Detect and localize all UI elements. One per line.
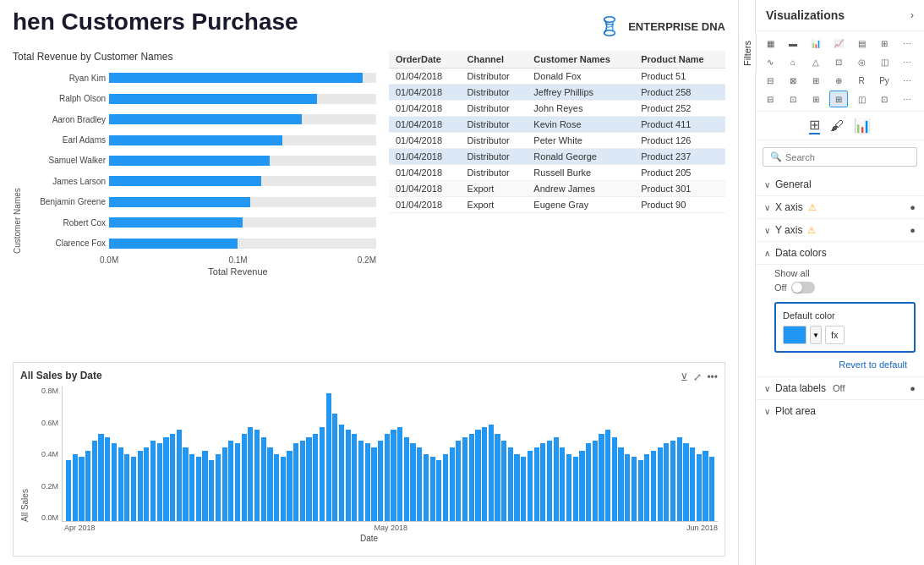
analytics-icon[interactable]: 📊 bbox=[854, 118, 871, 134]
cell-product: Product 237 bbox=[634, 149, 725, 165]
paint-brush-icon[interactable]: 🖌 bbox=[830, 118, 844, 134]
viz-icon-btn[interactable]: 📈 bbox=[829, 35, 848, 52]
cell-customer: John Reyes bbox=[527, 101, 634, 117]
panel-header: Visualizations › bbox=[756, 0, 924, 31]
cell-product: Product 205 bbox=[634, 165, 725, 181]
toggle-data-labels[interactable]: ● bbox=[910, 383, 916, 393]
bottom-chart-container: All Sales by Date ⊻ ⤢ ••• All Sales 0.8M… bbox=[13, 362, 725, 557]
bar-column bbox=[189, 454, 194, 522]
bar-column bbox=[456, 441, 461, 521]
section-data-labels[interactable]: ∨ Data labels Off ● bbox=[756, 376, 924, 399]
table-row[interactable]: 01/04/2018 Export Andrew James Product 3… bbox=[389, 181, 725, 197]
table-row[interactable]: 01/04/2018 Distributor John Reyes Produc… bbox=[389, 101, 725, 117]
bar-column bbox=[690, 447, 695, 521]
viz-icon-btn[interactable]: ⊡ bbox=[875, 91, 894, 107]
cell-customer: Andrew James bbox=[527, 181, 634, 197]
viz-icon-btn[interactable]: ⋯ bbox=[898, 35, 916, 52]
bar-column bbox=[196, 457, 201, 521]
filter-icon[interactable]: ⊻ bbox=[681, 371, 688, 383]
viz-icon-btn[interactable]: ⊡ bbox=[784, 91, 802, 107]
x-label: 0.1M bbox=[228, 255, 247, 265]
y-side-label-container: All Sales bbox=[20, 387, 30, 522]
viz-icon-btn[interactable]: ⌂ bbox=[784, 53, 802, 70]
section-general[interactable]: ∨ General bbox=[756, 173, 924, 196]
bar-column bbox=[92, 441, 97, 521]
viz-icon-btn[interactable]: ⊟ bbox=[761, 72, 779, 89]
viz-icon-btn-selected[interactable]: ⊞ bbox=[829, 91, 848, 107]
table-row[interactable]: 01/04/2018 Distributor Ronald George Pro… bbox=[389, 149, 725, 165]
viz-icon-btn[interactable]: ▬ bbox=[784, 35, 802, 52]
bar-track bbox=[109, 73, 376, 83]
toggle-x-axis[interactable]: ● bbox=[910, 202, 916, 212]
cell-customer: Ronald George bbox=[527, 149, 634, 165]
warning-icon: ⚠ bbox=[807, 225, 816, 236]
viz-icon-btn[interactable]: ⊟ bbox=[761, 91, 779, 107]
cell-customer: Kevin Rose bbox=[527, 117, 634, 133]
format-tab[interactable]: ⊞ bbox=[809, 117, 820, 134]
viz-icon-btn[interactable]: ⋯ bbox=[898, 91, 916, 107]
section-plot-area[interactable]: ∨ Plot area bbox=[756, 399, 924, 422]
viz-icon-btn[interactable]: ◎ bbox=[852, 53, 871, 70]
bar-column bbox=[482, 427, 487, 521]
bar-column bbox=[547, 441, 552, 521]
expand-icon[interactable]: ⤢ bbox=[693, 371, 702, 383]
viz-icons-row3: ⊟ ⊠ ⊞ ⊕ R Py ⋯ bbox=[761, 72, 919, 89]
viz-icon-btn[interactable]: 📊 bbox=[806, 35, 825, 52]
viz-icon-btn[interactable]: ⋯ bbox=[898, 53, 916, 70]
more-options-icon[interactable]: ••• bbox=[707, 371, 718, 383]
bars-area bbox=[62, 387, 718, 522]
viz-icon-btn[interactable]: Py bbox=[875, 72, 894, 89]
section-y-axis[interactable]: ∨ Y axis ⚠ ● bbox=[756, 219, 924, 242]
viz-icon-btn[interactable]: ⊞ bbox=[875, 35, 894, 52]
bar-column bbox=[267, 447, 272, 521]
viz-icon-btn[interactable]: ∿ bbox=[761, 53, 779, 70]
revert-to-default-link[interactable]: Revert to default bbox=[774, 356, 916, 373]
section-label: Plot area bbox=[775, 405, 816, 417]
table-row[interactable]: 01/04/2018 Distributor Donald Fox Produc… bbox=[389, 69, 725, 85]
toggle-y-axis[interactable]: ● bbox=[910, 225, 916, 235]
viz-icon-btn[interactable]: △ bbox=[806, 53, 825, 70]
show-all-toggle[interactable] bbox=[791, 282, 815, 293]
viz-icon-btn[interactable]: ⊞ bbox=[806, 72, 825, 89]
filters-tab[interactable]: Filters bbox=[738, 34, 757, 73]
table-row[interactable]: 01/04/2018 Distributor Kevin Rose Produc… bbox=[389, 117, 725, 133]
cell-channel: Distributor bbox=[461, 69, 528, 85]
bar-label: Samuel Walker bbox=[25, 156, 106, 165]
color-dropdown-btn[interactable]: ▼ bbox=[810, 326, 822, 344]
bar-column bbox=[98, 434, 103, 521]
bar-label: Benjamin Greene bbox=[25, 197, 106, 206]
section-chevron-icon: ∨ bbox=[764, 203, 770, 212]
fx-button[interactable]: fx bbox=[825, 326, 845, 344]
bar-column bbox=[430, 457, 435, 521]
table-row[interactable]: 01/04/2018 Distributor Jeffrey Phillips … bbox=[389, 85, 725, 101]
section-chevron-icon: ∨ bbox=[764, 226, 770, 235]
cell-product: Product 411 bbox=[634, 117, 725, 133]
bar-column bbox=[170, 434, 175, 521]
visualizations-panel: Visualizations › ▦ ▬ 📊 📈 ▤ ⊞ ⋯ ∿ ⌂ △ ⊡ ◎… bbox=[755, 0, 924, 565]
viz-icon-btn[interactable]: ◫ bbox=[875, 53, 894, 70]
viz-icon-btn[interactable]: R bbox=[852, 72, 871, 89]
search-input[interactable] bbox=[785, 152, 910, 162]
viz-icon-btn[interactable]: ▤ bbox=[852, 35, 871, 52]
bar-column bbox=[138, 451, 143, 521]
viz-icons-section: ▦ ▬ 📊 📈 ▤ ⊞ ⋯ ∿ ⌂ △ ⊡ ◎ ◫ ⋯ ⊟ ⊠ ⊞ bbox=[756, 31, 924, 112]
viz-icon-btn[interactable]: ⊞ bbox=[806, 91, 825, 107]
viz-icon-btn[interactable]: ⊠ bbox=[784, 72, 802, 89]
color-swatch[interactable] bbox=[783, 326, 806, 344]
bar-column bbox=[79, 457, 84, 521]
section-data-colors[interactable]: ∧ Data colors bbox=[756, 242, 924, 265]
bar-column bbox=[625, 454, 630, 522]
viz-icon-btn[interactable]: ▦ bbox=[761, 35, 779, 52]
bar-column bbox=[177, 430, 182, 521]
search-box[interactable]: 🔍 bbox=[763, 147, 917, 167]
viz-icon-btn[interactable]: ⊡ bbox=[829, 53, 848, 70]
filters-strip[interactable]: Filters bbox=[738, 0, 755, 565]
viz-icon-btn[interactable]: ⊕ bbox=[829, 72, 848, 89]
panel-chevron-icon[interactable]: › bbox=[910, 9, 914, 21]
viz-icon-btn[interactable]: ⋯ bbox=[898, 72, 916, 89]
table-row[interactable]: 01/04/2018 Export Eugene Gray Product 90 bbox=[389, 197, 725, 213]
section-x-axis[interactable]: ∨ X axis ⚠ ● bbox=[756, 196, 924, 219]
table-row[interactable]: 01/04/2018 Distributor Peter White Produ… bbox=[389, 133, 725, 149]
table-row[interactable]: 01/04/2018 Distributor Russell Burke Pro… bbox=[389, 165, 725, 181]
viz-icon-btn[interactable]: ◫ bbox=[852, 91, 871, 107]
